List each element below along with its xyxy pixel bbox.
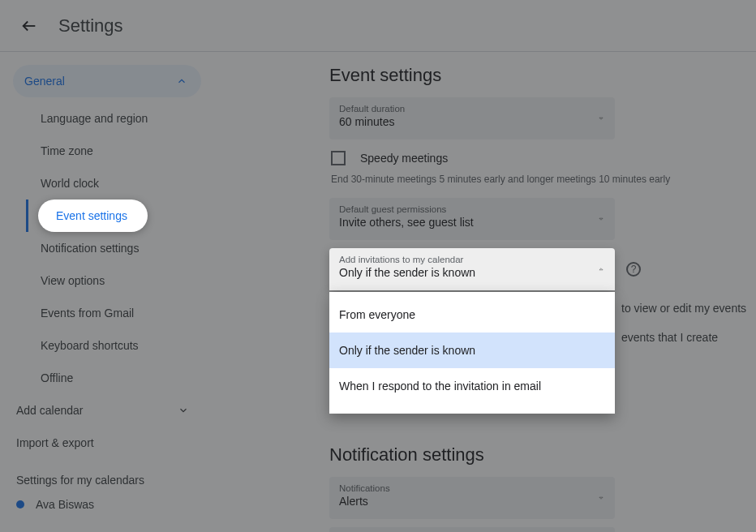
sidebar-item-view-options[interactable]: View options [26, 264, 201, 297]
field-label: Notifications [339, 483, 605, 493]
invitations-menu: From everyone Only if the sender is know… [329, 292, 615, 414]
sidebar-item-keyboard[interactable]: Keyboard shortcuts [26, 329, 201, 362]
occluded-line-1: to view or edit my events [621, 294, 756, 323]
sidebar-item-worldclock[interactable]: World clock [26, 167, 201, 200]
chevron-up-icon [174, 73, 190, 89]
field-value: Alerts [339, 495, 605, 508]
snoozed-dropdown[interactable]: Show snoozed notifications One minute be… [329, 527, 615, 532]
caret-down-icon [597, 491, 605, 505]
help-icon[interactable]: ? [626, 262, 641, 277]
menu-item-sender-known[interactable]: Only if the sender is known [329, 332, 615, 368]
sidebar-user-name: Ava Biswas [36, 498, 94, 511]
invitations-dropdown[interactable]: Add invitations to my calendar Only if t… [329, 248, 615, 290]
section-title-notification-settings: Notification settings [329, 444, 743, 466]
checkbox-icon [331, 151, 346, 165]
field-value: Only if the sender is known [339, 266, 605, 279]
sidebar-user-calendar[interactable]: Ava Biswas [0, 491, 208, 517]
guest-permissions-dropdown[interactable]: Default guest permissions Invite others,… [329, 198, 615, 240]
field-label: Default guest permissions [339, 204, 605, 214]
main-panel: Event settings Default duration 60 minut… [208, 52, 756, 532]
field-value: Invite others, see guest list [339, 216, 605, 229]
sidebar-item-event-settings[interactable]: Event settings [26, 200, 201, 232]
chevron-down-icon [175, 402, 191, 418]
field-label: Default duration [339, 104, 605, 114]
sidebar-item-offline[interactable]: Offline [26, 362, 201, 394]
sidebar-item-language[interactable]: Language and region [26, 102, 201, 135]
field-value: 60 minutes [339, 115, 605, 128]
checkbox-label: Speedy meetings [360, 152, 448, 165]
speedy-meetings-checkbox[interactable]: Speedy meetings [331, 151, 741, 165]
menu-item-from-everyone[interactable]: From everyone [329, 297, 615, 332]
sidebar-add-calendar[interactable]: Add calendar [0, 394, 208, 427]
sidebar-item-notifications[interactable]: Notification settings [26, 232, 201, 264]
invitations-dropdown-open[interactable]: Add invitations to my calendar Only if t… [329, 248, 615, 290]
calendar-color-dot [16, 500, 24, 508]
menu-item-when-respond[interactable]: When I respond to the invitation in emai… [329, 368, 615, 404]
notifications-dropdown[interactable]: Notifications Alerts [329, 477, 615, 519]
back-arrow-icon[interactable] [19, 16, 39, 36]
topbar: Settings [0, 0, 756, 52]
sidebar-my-calendars-header: Settings for my calendars [0, 459, 208, 491]
occluded-line-2: events that I create [621, 323, 756, 352]
sidebar-item-timezone[interactable]: Time zone [26, 135, 201, 167]
caret-up-icon [597, 262, 605, 277]
page-title: Settings [58, 15, 123, 36]
sidebar-item-event-settings-pill[interactable]: Event settings [38, 200, 148, 232]
speedy-meetings-helper: End 30-minute meetings 5 minutes early a… [331, 174, 741, 185]
sidebar-import-export[interactable]: Import & export [0, 427, 208, 459]
sidebar: General Language and region Time zone Wo… [0, 52, 208, 532]
section-title-event-settings: Event settings [329, 65, 743, 86]
sidebar-item-events-gmail[interactable]: Events from Gmail [26, 297, 201, 329]
caret-down-icon [597, 212, 605, 226]
sidebar-section-general[interactable]: General [13, 65, 201, 97]
field-label: Add invitations to my calendar [339, 255, 605, 264]
default-duration-dropdown[interactable]: Default duration 60 minutes [329, 97, 615, 139]
caret-down-icon [597, 111, 605, 126]
occluded-text: to view or edit my events events that I … [621, 294, 756, 352]
sidebar-section-label: General [24, 75, 65, 88]
